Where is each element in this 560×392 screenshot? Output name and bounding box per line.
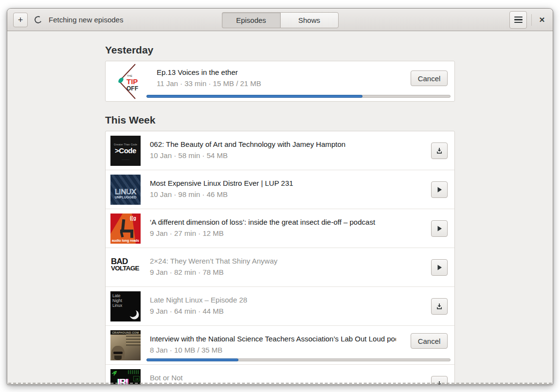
download-progress-fill — [146, 95, 362, 98]
close-button[interactable]: ✕ — [536, 14, 548, 26]
play-icon — [435, 225, 443, 232]
episode-action — [431, 220, 448, 237]
menu-button[interactable] — [509, 11, 527, 29]
episode-row[interactable]: LINUX UNPLUGGED Most Expensive Linux Dis… — [106, 170, 454, 209]
episode-artwork-linux-unplugged: LINUX UNPLUGGED — [110, 175, 141, 205]
cancel-download-button[interactable]: Cancel — [411, 71, 448, 86]
play-button[interactable] — [431, 220, 448, 237]
play-icon — [435, 186, 443, 194]
download-progressbar — [146, 358, 451, 361]
episode-info: Late Night Linux – Episode 28 9 Jan · 64… — [150, 287, 454, 325]
svg-text:audio long reads: audio long reads — [112, 239, 139, 243]
download-icon — [435, 303, 443, 310]
episode-action — [431, 181, 448, 198]
episodes-column: Yesterday THE TIP OFF Ep. — [105, 44, 455, 385]
audio-long-reads-logo-icon: ((g audio long reads — [110, 214, 141, 244]
crescent-moon-icon — [127, 308, 140, 321]
download-button[interactable] — [431, 298, 448, 315]
header-bar: + Fetching new episodes Episodes Shows ✕ — [7, 9, 553, 31]
svg-text:UNPLUGGED: UNPLUGGED — [115, 196, 137, 199]
resize-dashed-line — [8, 383, 552, 384]
episode-title: 2×24: They Weren’t That Shiny Anyway — [150, 257, 396, 265]
linux-unplugged-logo-icon: LINUX UNPLUGGED — [110, 175, 141, 205]
episode-action — [431, 143, 448, 159]
header-separator — [531, 14, 532, 26]
episode-title: Late Night Linux – Episode 28 — [150, 296, 396, 304]
episode-info: 062: The Beauty of Art and Technology wi… — [150, 131, 454, 170]
section-heading-this-week: This Week — [105, 114, 455, 126]
episode-row[interactable]: CRAPHOUND.COM Interview with the Nationa… — [106, 326, 454, 365]
episode-action: Cancel — [411, 333, 448, 349]
episode-meta: 9 Jan · 27 min · 12 MB — [150, 229, 396, 237]
svg-text:OFF: OFF — [126, 85, 138, 92]
episode-artwork-greater-than-code: Greater Than Code >Code _______ — [110, 136, 141, 166]
download-progressbar — [146, 95, 451, 98]
header-right-group: ✕ — [509, 9, 548, 31]
guardian-logo-icon: ((g — [130, 215, 136, 221]
portrait-icon — [111, 346, 125, 360]
download-progress-fill — [146, 358, 238, 361]
episode-meta: 9 Jan · 64 min · 44 MB — [150, 307, 396, 315]
svg-text:TIP: TIP — [126, 77, 138, 86]
episode-action: Cancel — [411, 71, 448, 86]
episodes-view: Yesterday THE TIP OFF Ep. — [7, 31, 553, 385]
episode-info: ‘A different dimension of loss’: inside … — [150, 209, 454, 248]
episode-row[interactable]: ≫ IRL :p Bot or Not — [106, 365, 454, 385]
episode-action — [431, 259, 448, 276]
status-text: Fetching new episodes — [49, 16, 123, 24]
episode-row[interactable]: Late Night Linux Late Night Linux – Epis… — [106, 287, 454, 326]
episode-meta: 9 Jan · 82 min · 78 MB — [150, 268, 396, 276]
play-button[interactable] — [431, 181, 448, 198]
tab-episodes[interactable]: Episodes — [222, 12, 280, 28]
episode-artwork-late-night-linux: Late Night Linux — [110, 291, 141, 321]
episode-meta: 10 Jan · 58 min · 54 MB — [150, 151, 396, 160]
download-icon — [435, 147, 443, 155]
episode-row[interactable]: BAD VOLTAGE 2×24: They Weren’t That Shin… — [106, 248, 454, 287]
episode-title: 062: The Beauty of Art and Technology wi… — [150, 140, 396, 148]
this-week-card: Greater Than Code >Code _______ 062: The… — [105, 131, 455, 385]
play-button[interactable] — [431, 259, 448, 276]
cancel-download-button[interactable]: Cancel — [411, 333, 448, 349]
play-icon — [435, 264, 443, 271]
episode-info: 2×24: They Weren’t That Shiny Anyway 9 J… — [150, 248, 454, 286]
add-podcast-button[interactable]: + — [13, 13, 28, 27]
episode-artwork-audio-long-reads: ((g audio long reads — [110, 214, 141, 244]
episode-meta: 10 Jan · 98 min · 46 MB — [150, 190, 396, 198]
episode-row[interactable]: Greater Than Code >Code _______ 062: The… — [106, 131, 454, 170]
episode-artwork-the-tip-off: THE TIP OFF — [109, 62, 147, 100]
episode-info: Most Expensive Linux Distro Ever | LUP 2… — [150, 170, 454, 209]
view-switcher: Episodes Shows — [222, 12, 339, 28]
episode-action — [431, 298, 448, 315]
episode-title: Interview with the National Science Teac… — [150, 335, 396, 343]
episode-artwork-bad-voltage: BAD VOLTAGE — [110, 252, 141, 283]
svg-text:LINUX: LINUX — [115, 187, 136, 196]
episode-row[interactable]: THE TIP OFF Ep.13 Voices in the ether 11… — [106, 61, 454, 101]
episode-meta: 11 Jan · 33 min · 15 MB / 21 MB — [157, 79, 396, 88]
episode-title: Ep.13 Voices in the ether — [157, 68, 396, 76]
episode-title: Most Expensive Linux Distro Ever | LUP 2… — [150, 179, 396, 187]
episode-info: Bot or Not — [150, 365, 454, 385]
header-left-group: + Fetching new episodes — [13, 9, 123, 31]
episode-row[interactable]: ((g audio long reads ‘A different dimens… — [106, 209, 454, 248]
app-window: + Fetching new episodes Episodes Shows ✕… — [7, 8, 553, 385]
episode-meta: 8 Jan · 10 MB / 35 MB — [150, 346, 396, 354]
episode-title: ‘A different dimension of loss’: inside … — [150, 218, 396, 226]
yesterday-card: THE TIP OFF Ep.13 Voices in the ether 11… — [105, 61, 455, 102]
hamburger-icon — [514, 17, 523, 18]
download-button[interactable] — [431, 143, 448, 159]
episode-title: Bot or Not — [150, 374, 396, 382]
tip-off-logo-icon: THE TIP OFF — [109, 62, 147, 100]
episode-artwork-craphound: CRAPHOUND.COM — [110, 330, 141, 360]
spinner-icon — [34, 15, 42, 24]
tab-shows[interactable]: Shows — [280, 12, 339, 28]
section-heading-yesterday: Yesterday — [105, 44, 455, 56]
